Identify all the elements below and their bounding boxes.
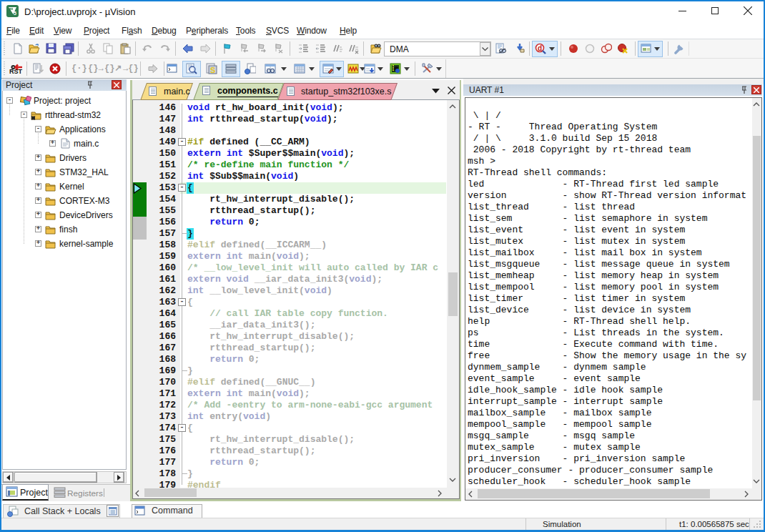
svg-text:S: S — [210, 66, 215, 74]
svg-text:d: d — [538, 44, 542, 52]
svg-text:5: 5 — [14, 11, 16, 16]
